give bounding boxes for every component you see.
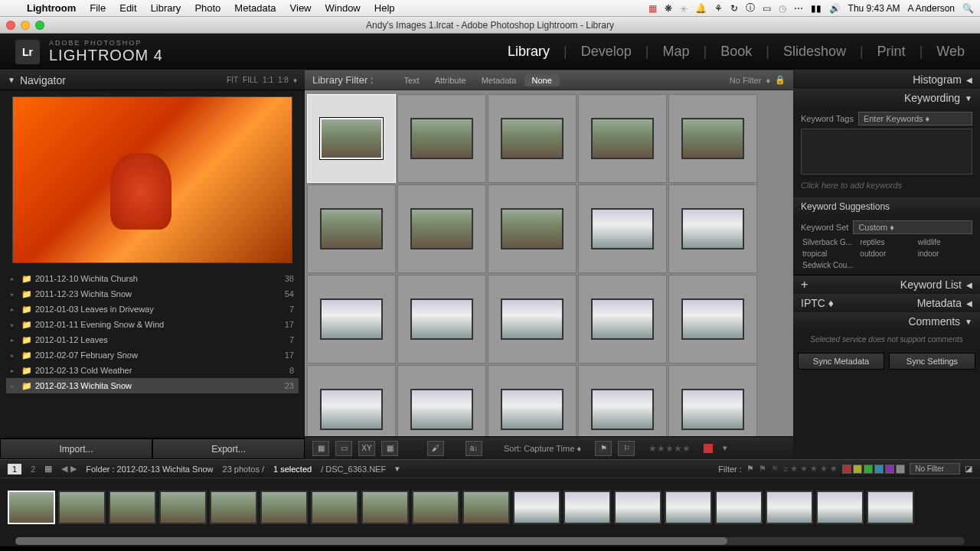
chevron-down-icon[interactable]: ♦ xyxy=(766,76,770,85)
breadcrumb-path[interactable]: Folder : 2012-02-13 Wichita Snow xyxy=(86,465,213,474)
menu-view[interactable]: View xyxy=(283,2,318,14)
filmstrip-thumb[interactable] xyxy=(159,491,207,524)
metadata-header[interactable]: IPTC ♦Metadata◀ xyxy=(793,294,980,312)
filmstrip-thumb[interactable] xyxy=(58,491,106,524)
keyword-hint[interactable]: Click here to add keywords xyxy=(801,178,972,193)
filter-metadata[interactable]: Metadata xyxy=(474,74,524,86)
filmstrip-thumb[interactable] xyxy=(361,491,409,524)
folder-row[interactable]: ▸📁2011-12-23 Wichita Snow54 xyxy=(6,286,299,302)
grid-cell[interactable] xyxy=(307,275,396,364)
filmstrip-thumb[interactable] xyxy=(513,491,560,524)
folder-row[interactable]: ▸📁2011-12-10 Wichita Chursh38 xyxy=(6,271,299,286)
module-map[interactable]: Map xyxy=(662,44,689,60)
primary-display[interactable]: 1 xyxy=(8,464,21,474)
keyword-preset-item[interactable]: indoor xyxy=(916,249,972,259)
menu-edit[interactable]: Edit xyxy=(113,2,143,14)
navigator-header[interactable]: ▼ Navigator FIT FILL 1:1 1:8 ♦ xyxy=(0,70,305,90)
timemachine-icon[interactable]: ◷ xyxy=(779,3,786,14)
minimize-button[interactable] xyxy=(21,21,30,30)
zoom-button[interactable] xyxy=(35,21,44,30)
flag-filter-icon[interactable]: ⚑ xyxy=(759,464,766,474)
comments-header[interactable]: Comments▼ xyxy=(793,312,980,331)
sync-icon[interactable]: ↻ xyxy=(730,3,738,14)
keyword-preset-item[interactable]: outdoor xyxy=(858,249,914,259)
volume-icon[interactable]: 🔊 xyxy=(829,3,841,14)
keyword-preset-item[interactable]: tropical xyxy=(801,249,857,259)
grid-icon[interactable]: ▦ xyxy=(44,464,52,474)
chevron-down-icon[interactable]: ▾ xyxy=(723,443,727,453)
folder-row[interactable]: ▸📁2012-02-13 Cold Weather8 xyxy=(6,363,299,378)
module-slideshow[interactable]: Slideshow xyxy=(783,44,846,60)
metadata-preset-dropdown[interactable]: IPTC ♦ xyxy=(801,297,862,309)
menu-photo[interactable]: Photo xyxy=(188,2,227,14)
filter-preset[interactable]: No Filter xyxy=(730,76,762,85)
filter-text[interactable]: Text xyxy=(396,74,426,86)
grid-cell[interactable] xyxy=(488,275,577,364)
grid-cell[interactable] xyxy=(488,365,577,436)
rating-stars[interactable]: ★★★★★ xyxy=(648,443,691,454)
filmstrip-thumb[interactable] xyxy=(766,491,813,524)
keyword-list-header[interactable]: +Keyword List◀ xyxy=(793,276,980,294)
grid-cell[interactable] xyxy=(578,94,667,183)
menu-extras-icon[interactable]: ⋯ xyxy=(794,3,803,14)
filmstrip-scrollbar[interactable] xyxy=(0,536,980,546)
grid-cell[interactable] xyxy=(397,365,486,436)
menu-metadata[interactable]: Metadata xyxy=(227,2,283,14)
grid-cell[interactable] xyxy=(397,275,486,364)
module-library[interactable]: Library xyxy=(508,44,550,60)
module-book[interactable]: Book xyxy=(720,44,752,60)
filmstrip-thumb[interactable] xyxy=(8,491,55,524)
nav-fit[interactable]: FIT xyxy=(227,76,238,84)
accessibility-icon[interactable]: ⓘ xyxy=(746,2,755,15)
app-menu[interactable]: Lightroom xyxy=(20,2,83,14)
grid-cell[interactable] xyxy=(578,184,667,273)
filmstrip[interactable] xyxy=(0,478,980,536)
keyword-preset-item[interactable]: reptiles xyxy=(858,237,914,247)
filmstrip-thumb[interactable] xyxy=(715,491,763,524)
filmstrip-thumb[interactable] xyxy=(614,491,662,524)
nav-1to1[interactable]: 1:1 xyxy=(263,76,273,84)
menu-help[interactable]: Help xyxy=(368,2,402,14)
keyword-preset-item[interactable]: Silverback G... xyxy=(801,237,857,247)
filmstrip-thumb[interactable] xyxy=(109,491,156,524)
close-button[interactable] xyxy=(6,21,15,30)
rating-filter[interactable]: ≥ ★ ★ ★ ★ ★ xyxy=(783,464,838,474)
nav-ratio[interactable]: 1:8 xyxy=(278,76,289,84)
navigator-preview[interactable] xyxy=(12,96,292,263)
module-web[interactable]: Web xyxy=(936,44,965,60)
paw-icon[interactable]: ⚘ xyxy=(714,3,723,14)
grid-cell[interactable] xyxy=(397,184,486,273)
filter-lock-icon[interactable]: ◪ xyxy=(965,464,972,474)
filmstrip-thumb[interactable] xyxy=(816,491,864,524)
thumbnail-grid[interactable] xyxy=(305,90,793,436)
keyword-preset-item[interactable]: wildlife xyxy=(916,237,972,247)
folder-row[interactable]: ▸📁2012-01-12 Leaves7 xyxy=(6,332,299,347)
sync-settings-button[interactable]: Sync Settings xyxy=(889,353,975,370)
chevron-icon[interactable]: ♦ xyxy=(293,76,297,84)
nav-fill[interactable]: FILL xyxy=(243,76,258,84)
filmstrip-thumb[interactable] xyxy=(462,491,510,524)
keywording-header[interactable]: Keywording▼ xyxy=(793,89,980,107)
painter-icon[interactable]: 🖌 xyxy=(427,441,444,456)
grid-cell[interactable] xyxy=(307,94,396,183)
color-label[interactable] xyxy=(703,443,714,454)
flag-filter-icon[interactable]: ⚑ xyxy=(771,464,779,474)
keyword-tags-dropdown[interactable]: Enter Keywords ♦ xyxy=(858,112,972,126)
current-file[interactable]: / DSC_6363.NEF xyxy=(321,465,386,474)
secondary-display[interactable]: 2 xyxy=(31,465,35,474)
folder-row[interactable]: ▸📁2012-01-11 Evening Snow & Wind17 xyxy=(6,317,299,332)
folder-row[interactable]: ▸📁2012-02-13 Wichita Snow23 xyxy=(6,378,299,393)
grid-cell[interactable] xyxy=(307,184,396,273)
folder-row[interactable]: ▸📁2012-02-07 February Snow17 xyxy=(6,347,299,363)
chevron-down-icon[interactable]: ▾ xyxy=(395,464,400,474)
folder-row[interactable]: ▸📁2012-01-03 Leaves in Driveway7 xyxy=(6,302,299,317)
grid-cell[interactable] xyxy=(668,184,757,273)
grid-cell[interactable] xyxy=(668,365,757,436)
bluetooth-icon[interactable]: ⚹ xyxy=(680,3,688,14)
histogram-header[interactable]: Histogram◀ xyxy=(793,70,980,89)
filter-none[interactable]: None xyxy=(524,74,560,86)
filmstrip-thumb[interactable] xyxy=(210,491,257,524)
grid-cell[interactable] xyxy=(488,94,577,183)
disclosure-icon[interactable]: ▼ xyxy=(8,76,15,84)
flag-pick-icon[interactable]: ⚑ xyxy=(595,441,612,456)
